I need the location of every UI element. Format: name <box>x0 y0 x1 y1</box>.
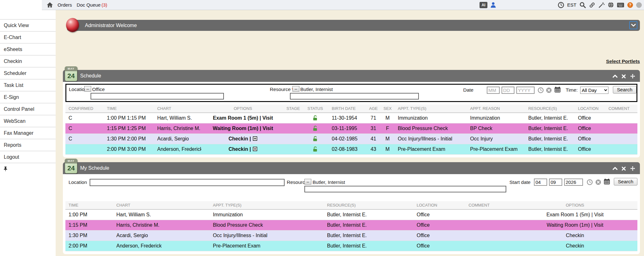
appointment-row[interactable]: 1:00 PMHart, William S.ImmunizationButle… <box>65 209 637 220</box>
calendar-month: MAY <box>65 67 77 71</box>
date-year-input[interactable] <box>516 87 535 94</box>
sidebar-item-quick-view[interactable]: Quick View <box>0 19 56 31</box>
options-link[interactable]: Checkin <box>566 233 584 238</box>
select-portlets-link[interactable]: Select Portlets <box>606 59 640 64</box>
clock-icon[interactable] <box>558 2 564 8</box>
start-date-year-input[interactable] <box>564 179 583 186</box>
cell-birth-date: 11-30-1954 <box>329 113 366 123</box>
close-icon[interactable] <box>622 167 626 171</box>
date-month-input[interactable] <box>487 87 500 94</box>
appointment-row[interactable]: C1:15 PM 1:25 PMHarris, Christine M.Wait… <box>65 123 637 134</box>
my-schedule-search-button[interactable]: Search <box>614 178 637 185</box>
appointment-row[interactable]: C1:00 PM 1:15 PMHart, William S.Exam Roo… <box>65 113 637 123</box>
calendar-picker-icon[interactable] <box>604 179 610 185</box>
sidebar-item-control-panel[interactable]: Control Panel <box>0 103 56 115</box>
ai-assistant-button[interactable]: AI <box>480 2 487 8</box>
calendar-day: 24 <box>65 71 77 81</box>
link-icon[interactable] <box>589 2 595 8</box>
cell-comment <box>605 123 637 134</box>
sidebar-item-scheduler[interactable]: Scheduler <box>0 67 56 79</box>
appointment-row[interactable]: 2:00 PM 3:00 PMAnderson, FrederickChecki… <box>65 144 637 154</box>
start-date-day-input[interactable] <box>549 179 562 186</box>
column-header-time: TIME <box>104 105 154 113</box>
sidebar-item-reports[interactable]: Reports <box>0 139 56 151</box>
person-icon[interactable] <box>490 2 496 8</box>
sidebar-item-checkin[interactable]: Checkin <box>0 55 56 67</box>
sidebar-item-fax-manager[interactable]: Fax Manager <box>0 127 56 139</box>
resource-collapse-button[interactable]: – <box>292 86 299 92</box>
collapse-icon[interactable] <box>613 75 618 78</box>
clear-date-icon[interactable] <box>595 179 601 185</box>
options-link[interactable]: Exam Room 1 (5m) | Visit <box>213 115 273 121</box>
collapse-icon[interactable] <box>613 167 618 170</box>
cell-time: 1:15 PM 1:25 PM <box>104 123 154 134</box>
move-icon[interactable] <box>630 166 636 171</box>
nav-doc-queue[interactable]: Doc Queue(3) <box>77 2 107 8</box>
cell-appt-types: Blood Pressure Check <box>395 123 467 134</box>
sidebar-item-e-sign[interactable]: E-Sign <box>0 91 56 103</box>
sidebar-item-esheets[interactable]: eSheets <box>0 43 56 55</box>
sidebar-item-logout[interactable]: Logout <box>0 151 56 163</box>
keyboard-icon[interactable] <box>617 3 624 8</box>
close-icon[interactable] <box>622 74 626 78</box>
home-icon[interactable] <box>47 2 53 8</box>
date-day-input[interactable] <box>502 87 514 94</box>
time-picker-clock-icon[interactable] <box>587 179 593 185</box>
cell-resources: Butler, Internist E. <box>324 220 414 230</box>
appointment-row[interactable]: 1:15 PMHarris, Christine M.Blood Pressur… <box>65 220 637 230</box>
unlock-icon <box>313 146 318 152</box>
cell-appt-types: Immunization <box>210 209 324 220</box>
cell-confirmed <box>65 144 104 154</box>
search-icon[interactable] <box>580 2 586 8</box>
resource-input[interactable] <box>304 186 506 192</box>
globe-icon[interactable] <box>608 2 614 8</box>
start-date-month-input[interactable] <box>534 179 547 186</box>
cell-location: Office <box>575 123 605 134</box>
sidebar-item-task-list[interactable]: Task List <box>0 79 56 91</box>
options-separator: | <box>248 136 252 141</box>
my-schedule-portlet: MAY 24 My Schedule Location Resource – B… <box>63 162 640 254</box>
welcome-collapse-button[interactable] <box>629 21 637 29</box>
status-orb-icon <box>66 18 79 32</box>
pin-sidebar-button[interactable] <box>0 163 56 175</box>
column-header-comment: COMMENT <box>605 105 637 113</box>
profile-circle-icon[interactable] <box>636 2 642 8</box>
options-link[interactable]: Checkin <box>229 136 248 141</box>
cell-location: Office <box>575 144 605 154</box>
appointment-row[interactable]: 1:30 PMAcardi, SergioOcc Injury/Illness … <box>65 230 637 241</box>
options-link[interactable]: Waiting Room (1m) | Visit <box>213 126 273 131</box>
cell-confirmed: C <box>65 113 104 123</box>
nav-orders[interactable]: Orders <box>58 2 72 8</box>
calendar-picker-icon[interactable] <box>554 87 561 93</box>
help-icon[interactable]: ? <box>627 2 633 8</box>
cell-confirmed: C <box>65 123 104 134</box>
schedule-search-button[interactable]: Search <box>613 86 636 94</box>
cell-confirmed: C <box>65 134 104 144</box>
sidebar-item-webscan[interactable]: WebScan <box>0 115 56 127</box>
cell-stage <box>285 134 302 144</box>
add-appointment-icon[interactable] <box>253 136 257 141</box>
location-collapse-button[interactable]: – <box>84 86 91 92</box>
add-appointment-icon[interactable] <box>253 147 257 151</box>
unlock-icon <box>313 125 318 131</box>
location-input[interactable] <box>91 93 224 100</box>
wand-icon[interactable] <box>598 2 605 8</box>
time-picker-clock-icon[interactable] <box>538 87 544 93</box>
column-header-location: LOCATION <box>414 201 465 209</box>
column-header-stage: STAGE <box>285 105 302 113</box>
time-select[interactable]: All Day <box>580 87 608 94</box>
sidebar-item-e-chart[interactable]: E-Chart <box>0 31 56 43</box>
resource-collapse-button[interactable]: – <box>304 179 311 185</box>
resource-input[interactable] <box>290 93 419 100</box>
column-header-appt-type-s: APPT. TYPE(S) <box>210 201 324 209</box>
options-link[interactable]: Exam Room 1 (5m) | Visit <box>547 212 604 217</box>
appointment-row[interactable]: C1:30 PM 2:00 PMAcardi, SergioCheckin | … <box>65 134 637 144</box>
clear-date-icon[interactable] <box>546 87 552 93</box>
options-link[interactable]: Checkin <box>566 243 584 248</box>
move-icon[interactable] <box>630 73 636 79</box>
appointment-row[interactable]: 2:00 PMAnderson, FrederickPre-Placement … <box>65 241 637 251</box>
options-link[interactable]: Checkin <box>229 146 248 152</box>
options-link[interactable]: Waiting Room (1m) | Visit <box>547 222 603 228</box>
location-input[interactable] <box>90 179 285 186</box>
start-date-label: Start date <box>509 179 530 185</box>
